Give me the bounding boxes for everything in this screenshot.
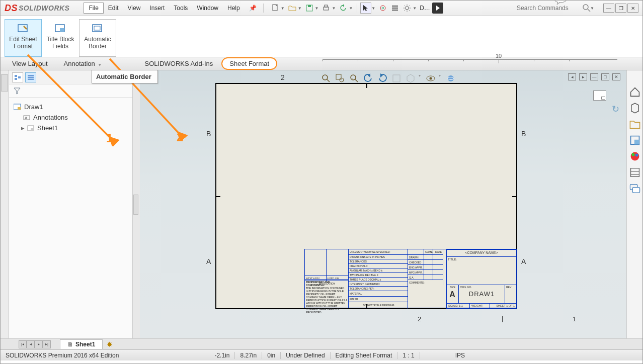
status-y: 8.27in [235,352,262,359]
menu-window[interactable]: Window [192,3,223,13]
tb-unless: UNLESS OTHERWISE SPECIFIED: [349,249,408,254]
view-settings-icon[interactable] [446,73,456,83]
doc-minimize-icon[interactable]: — [590,73,598,80]
quick-toolbar: ▼ ▼ ▼ ▼ ▼ ▼ ▼ D… ▼ — ❐ ✕ [270,3,642,14]
tb-label: DRAWN [408,255,424,259]
heads-up-view-toolbar: - ▾ ▾ [321,73,456,83]
appearances-icon[interactable] [629,151,641,162]
menu-pin-icon[interactable]: 📌 [245,3,261,13]
page-preview-icon[interactable] [593,90,606,101]
sheet-tab-sheet1[interactable]: 🗎Sheet1 [60,339,103,349]
doc-next-icon[interactable]: ▸ [579,73,587,80]
hide-show-icon[interactable] [426,73,436,83]
window-restore-icon[interactable]: ❐ [615,4,626,13]
rebuild-icon[interactable] [377,3,388,14]
design-library-icon[interactable] [629,103,641,114]
tb-weight: WEIGHT: [470,304,490,309]
zone-label: B [521,130,526,138]
add-sheet-icon[interactable]: ✸ [107,340,113,348]
new-icon[interactable] [270,3,281,14]
view-palette-icon[interactable] [629,135,641,146]
sheet-nav-next-icon[interactable]: ▸ [35,340,43,348]
svg-rect-3 [324,7,329,10]
search-commands[interactable]: ▼ [516,4,595,13]
sheet-nav-last-icon[interactable]: ▸| [43,340,51,348]
menu-tools[interactable]: Tools [169,3,192,13]
zoom-prev-icon[interactable]: - [349,73,359,83]
sheet-doc-icon: 🗎 [67,341,73,348]
tb-dwg-no: DRAW1 [459,289,505,298]
section-view-icon[interactable] [391,73,401,83]
zone-label: 1 [573,315,576,323]
open-icon[interactable] [287,3,298,14]
select-icon[interactable] [360,3,371,14]
save-icon[interactable] [304,3,315,14]
tb-title: TITLE: [447,257,516,285]
refresh-arrow-icon[interactable]: ↻ [612,104,619,115]
svg-text:-: - [352,75,353,80]
menu-bar: File Edit View Insert Tools Window Help … [84,3,261,14]
svg-point-6 [382,7,384,9]
tb-label: TWO PLACE DECIMAL ± [349,273,408,277]
tb-label: REV [505,285,516,289]
zone-label: A [206,257,211,265]
logo-text: SOLIDWORKS [19,4,69,12]
graphics-area[interactable]: 2 - ▾ ▾ ◂ ▸ — □ ✕ ↻ B A B [140,70,626,338]
status-units[interactable]: IPS [450,352,470,359]
doc-maximize-icon[interactable]: □ [601,73,609,80]
settings-gear-icon[interactable] [401,3,413,14]
rotate-cw-icon[interactable] [377,73,387,83]
undo-icon[interactable] [338,3,349,14]
svg-rect-2 [308,5,311,7]
print-icon[interactable] [320,3,332,14]
edit-sheet-format-icon [5,23,41,34]
status-scale[interactable]: 1 : 1 [397,352,420,359]
svg-line-36 [355,79,358,82]
tb-label: SIZE [447,285,458,289]
svg-line-53 [28,55,114,141]
left-collapse-strip[interactable] [1,70,9,338]
title-block[interactable]: NEXT ASSY USED ON APPLICATION PROPRIETAR… [304,249,517,308]
sheet-tab-bar: |◂ ◂ ▸ ▸| 🗎Sheet1 ✸ [1,338,642,349]
svg-point-46 [631,153,634,156]
notification-balloon-icon[interactable] [553,0,568,5]
menu-view[interactable]: View [123,3,145,13]
annotation-arrow-2 [104,56,189,141]
tab-sheet-format[interactable]: Sheet Format [221,57,277,70]
menu-file[interactable]: File [84,3,103,14]
doc-close-icon[interactable]: ✕ [612,73,620,80]
svg-rect-52 [632,188,639,193]
status-bar: SOLIDWORKS Premium 2016 x64 Edition -2.1… [1,349,642,360]
rotate-ccw-icon[interactable] [363,73,373,83]
file-explorer-icon[interactable] [629,119,641,130]
logo-ds: DS [5,3,18,14]
menu-help[interactable]: Help [223,3,245,13]
custom-props-icon[interactable] [629,167,641,178]
doc-prev-icon[interactable]: ◂ [568,73,576,80]
menu-insert[interactable]: Insert [145,3,169,13]
window-minimize-icon[interactable]: — [603,4,614,13]
status-defined: Under Defined [281,352,330,359]
window-close-icon[interactable]: ✕ [627,4,638,13]
ribbon-label: Format [5,43,41,50]
svg-rect-7 [392,6,398,7]
zoom-area-icon[interactable] [335,73,345,83]
zone-label: B [206,130,211,138]
zoom-fit-icon[interactable] [321,73,331,83]
drawing-sheet[interactable]: NEXT ASSY USED ON APPLICATION PROPRIETAR… [215,83,517,309]
home-icon[interactable] [629,86,641,98]
display-style-icon[interactable] [406,73,416,83]
svg-point-45 [630,152,639,161]
svg-point-41 [448,75,454,81]
svg-rect-8 [392,8,398,9]
run-macro-icon[interactable] [432,3,443,14]
filter-funnel-icon[interactable] [13,87,21,95]
sheet-nav-first-icon[interactable]: |◂ [19,340,27,348]
search-input[interactable] [516,4,581,13]
tb-label: TOLERANCING PER: [349,287,408,291]
sheet-nav-prev-icon[interactable]: ◂ [27,340,35,348]
menu-edit[interactable]: Edit [104,3,123,13]
options-icon[interactable] [389,3,400,14]
toolbar-d-label[interactable]: D… [419,3,431,13]
forum-icon[interactable] [629,183,641,194]
